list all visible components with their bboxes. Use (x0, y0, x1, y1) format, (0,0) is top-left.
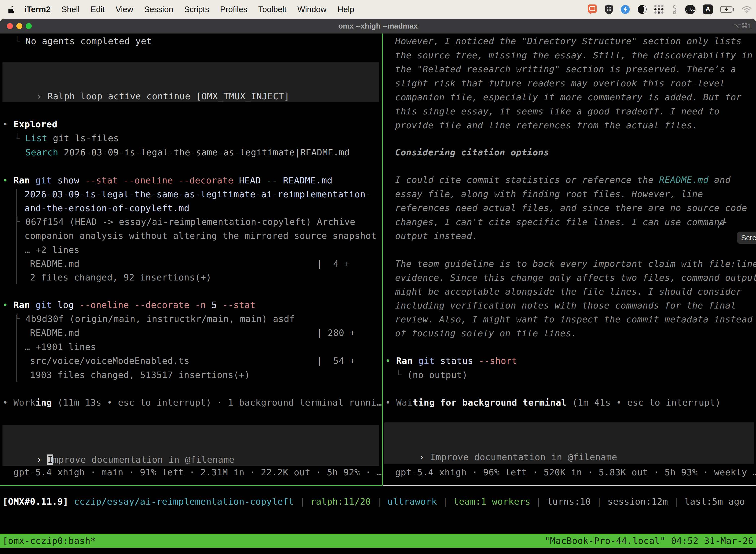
text-span: README.md (30, 259, 80, 269)
tree-branch-icon: └ (396, 370, 407, 380)
text-span: README.md (30, 328, 80, 338)
right-pane-line: The team guideline is to back every impo… (395, 257, 756, 271)
right-pane-line: • Waiting for background terminal (1m 41… (385, 395, 721, 409)
text-span: session:12m (608, 496, 668, 507)
text-span: | (437, 496, 454, 507)
right-pane-line: including verification notes with those … (395, 298, 736, 313)
right-pane-line: this single essay, it seems like a good … (395, 104, 719, 118)
apple-menu[interactable] (8, 5, 15, 13)
menu-toolbelt[interactable]: Toolbelt (258, 5, 287, 14)
session-stats: gpt-5.4 xhigh · main · 91% left · 2.31M … (13, 467, 382, 477)
tree-branch-icon: └ (14, 314, 25, 324)
menu-help[interactable]: Help (337, 5, 354, 14)
bullet-icon: • (385, 356, 396, 366)
text-span: slight risk that future readers may over… (395, 78, 725, 88)
text-span: including verification notes with those … (395, 300, 736, 311)
left-pane-line: • Working (11m 13s • esc to interrupt) ·… (2, 395, 382, 409)
left-pane-line: 2 files changed, 92 insertions(+) (30, 270, 211, 284)
input-source-icon[interactable]: A (703, 4, 713, 14)
text-span: output instead. (395, 231, 478, 241)
active-app-name[interactable]: iTerm2 (24, 5, 51, 14)
command-input-left[interactable]: › Improve documentation in @filename (2, 425, 379, 466)
text-span: the "Related research writing" section i… (395, 64, 736, 74)
chat-app-icon[interactable] (587, 4, 597, 15)
text-span: references need actual files, and since … (395, 203, 747, 213)
right-pane-line: However, I noticed the "Directory Struct… (395, 34, 742, 48)
text-span: the source tree, missing the essay. Stil… (395, 50, 753, 60)
menu-session[interactable]: Session (144, 5, 173, 14)
left-pane-line: 1903 files changed, 513517 insertions(+) (30, 368, 250, 382)
menu-edit[interactable]: Edit (90, 5, 105, 14)
left-pane-line: … +1901 lines (24, 340, 96, 354)
text-span: Ran (13, 300, 36, 310)
menu-profiles[interactable]: Profiles (220, 5, 247, 14)
pane-border-inactive (383, 485, 756, 486)
text-span: log (58, 300, 80, 310)
right-pane-line: review. Also, I might want to inspect th… (395, 312, 753, 326)
left-pane-line: src/voice/voiceModeEnabled.ts| 54 + (30, 354, 189, 368)
menu-view[interactable]: View (116, 5, 133, 14)
pane-divider[interactable] (382, 34, 383, 486)
input-text: mprove documentation in @filename (53, 454, 235, 465)
hook-squiggle-icon[interactable] (671, 4, 678, 15)
text-span: team:1 workers (453, 496, 530, 507)
tree-guide-line (16, 189, 17, 284)
right-pane-line: companion file, especially if more comme… (395, 90, 742, 104)
text-span: Ran (396, 356, 418, 366)
text-span: | (294, 496, 311, 507)
right-pane-line: • Ran git status --short (385, 354, 517, 368)
text-span: ralph:11/20 (311, 496, 371, 507)
menu-shell[interactable]: Shell (62, 5, 80, 14)
wifi-icon[interactable] (742, 5, 752, 13)
bolt-circle-icon[interactable] (621, 5, 630, 14)
dots-grid-icon[interactable] (654, 5, 664, 14)
text-span: (1m 41s • esc to interrupt) (567, 397, 721, 407)
text-span: --stat --oneline --decorate (85, 175, 239, 185)
menu-bar-status-icons: ..61A (587, 0, 752, 19)
text-span: companion file, especially if more comme… (395, 92, 742, 102)
text-span: 2 files changed, 92 insertions(+) (30, 272, 211, 282)
left-pane-line: README.md| 280 + (30, 326, 80, 340)
left-pane-line: Search 2026-03-09-is-legal-the-same-as-l… (25, 145, 350, 159)
battery-charging-icon[interactable] (720, 6, 734, 13)
left-pane-line: README.md| 4 + (30, 257, 80, 271)
prompt-icon: › (37, 91, 47, 101)
text-span: | (371, 496, 388, 507)
bullet-icon: • (2, 175, 13, 185)
shield-grid-icon[interactable] (605, 4, 613, 15)
right-pane-line: gpt-5.4 xhigh · 96% left · 520K in · 5.8… (395, 465, 756, 479)
text-span: 067f154 (HEAD -> essay/ai-reimplementati… (25, 217, 355, 227)
text-span: HEAD (239, 175, 267, 185)
screen-overlay-tooltip[interactable]: Scre (737, 232, 756, 244)
text-cursor: I (47, 454, 53, 465)
bullet-icon: • (2, 119, 13, 129)
window-title-bar[interactable]: omx --xhigh --madmax ⌥⌘1 (0, 19, 756, 34)
menu-window[interactable]: Window (297, 5, 326, 14)
menu-scripts[interactable]: Scripts (184, 5, 209, 14)
tmux-host-clock: "MacBook-Pro-44.local" 04:52 31-Mar-26 (545, 536, 754, 546)
bullet-icon: • (2, 397, 13, 407)
text-span: Search (25, 147, 58, 157)
text-span: (11m 13s • esc to interrupt) · 1 backgro… (52, 397, 382, 407)
diffstat-count: | 280 + (317, 326, 355, 340)
text-span: Wai (396, 397, 413, 407)
text-span: However, I noticed the "Directory Struct… (395, 36, 742, 46)
bullet-icon: • (2, 300, 13, 310)
tooltip-label: Scre (741, 233, 756, 242)
text-span: | (591, 496, 608, 507)
left-pane-line: └ List git ls-files (14, 131, 119, 145)
menu-items: ShellEditViewSessionScriptsProfilesToolb… (62, 5, 355, 14)
window-title: omx --xhigh --madmax (0, 19, 756, 34)
text-span: provide file and line references from th… (395, 120, 698, 130)
left-pane-line: • Explored (2, 117, 58, 131)
reasoning-heading: Considering citation options (395, 147, 549, 157)
desktop: iTerm2 ShellEditViewSessionScriptsProfil… (0, 0, 756, 554)
tmux-session-window: [omx-cczip0:bash* (2, 536, 96, 546)
badge-61-icon[interactable]: ..61 (685, 5, 695, 14)
crescent-circle-icon[interactable] (637, 5, 647, 14)
text-span: | (668, 496, 685, 507)
command-input-right[interactable]: › Improve documentation in @filename (384, 423, 754, 464)
right-pane-line: └ (no output) (396, 368, 467, 382)
text-span: 5 (211, 300, 223, 310)
tmux-status-bar: [omx-cczip0:bash* "MacBook-Pro-44.local"… (0, 534, 756, 548)
